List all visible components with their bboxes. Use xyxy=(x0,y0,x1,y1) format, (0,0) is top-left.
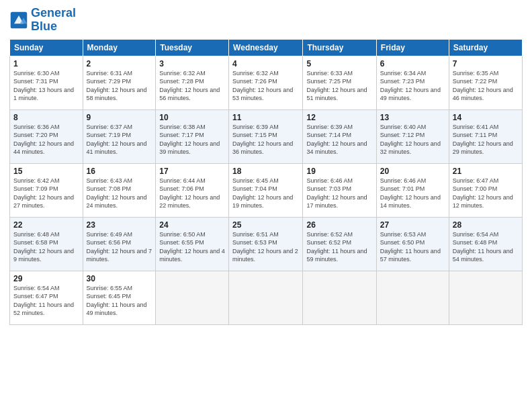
day-info: Sunrise: 6:33 AM Sunset: 7:25 PM Dayligh… xyxy=(306,69,372,103)
calendar-day-3: 3 Sunrise: 6:32 AM Sunset: 7:28 PM Dayli… xyxy=(156,56,229,109)
day-info: Sunrise: 6:39 AM Sunset: 7:14 PM Dayligh… xyxy=(306,123,372,156)
day-number: 22 xyxy=(13,220,79,230)
daylight-label: Daylight: 11 hours and 54 minutes. xyxy=(453,248,513,263)
day-number: 23 xyxy=(87,220,152,230)
sunset-label: Sunset: 7:22 PM xyxy=(453,78,498,85)
calendar-day-13: 13 Sunrise: 6:40 AM Sunset: 7:12 PM Dayl… xyxy=(376,109,449,163)
sunset-label: Sunset: 7:31 PM xyxy=(13,78,58,85)
calendar-day-14: 14 Sunrise: 6:41 AM Sunset: 7:11 PM Dayl… xyxy=(449,109,522,163)
day-info: Sunrise: 6:53 AM Sunset: 6:50 PM Dayligh… xyxy=(380,230,445,264)
day-number: 30 xyxy=(87,274,152,283)
sunrise-label: Sunrise: 6:52 AM xyxy=(306,231,353,238)
day-number: 4 xyxy=(232,59,299,68)
sunset-label: Sunset: 7:29 PM xyxy=(87,78,132,85)
calendar-header-wednesday: Wednesday xyxy=(229,39,303,56)
sunrise-label: Sunrise: 6:54 AM xyxy=(13,285,60,291)
calendar-header-sunday: Sunday xyxy=(10,39,83,56)
day-number: 16 xyxy=(87,167,152,176)
day-info: Sunrise: 6:31 AM Sunset: 7:29 PM Dayligh… xyxy=(87,69,152,103)
sunset-label: Sunset: 7:12 PM xyxy=(380,132,425,138)
calendar-week-2: 8 Sunrise: 6:36 AM Sunset: 7:20 PM Dayli… xyxy=(10,109,523,163)
sunrise-label: Sunrise: 6:46 AM xyxy=(380,177,427,184)
calendar-day-30: 30 Sunrise: 6:55 AM Sunset: 6:45 PM Dayl… xyxy=(83,271,156,324)
daylight-label: Daylight: 11 hours and 52 minutes. xyxy=(13,302,74,317)
daylight-label: Daylight: 12 hours and 36 minutes. xyxy=(232,140,293,156)
calendar-header-saturday: Saturday xyxy=(449,39,522,56)
sunrise-label: Sunrise: 6:41 AM xyxy=(453,124,499,130)
day-info: Sunrise: 6:43 AM Sunset: 7:08 PM Dayligh… xyxy=(87,177,152,210)
day-info: Sunrise: 6:46 AM Sunset: 7:03 PM Dayligh… xyxy=(306,177,372,210)
day-number: 21 xyxy=(453,167,519,176)
calendar-day-26: 26 Sunrise: 6:52 AM Sunset: 6:52 PM Dayl… xyxy=(303,217,376,271)
day-number: 9 xyxy=(87,113,152,122)
sunset-label: Sunset: 6:55 PM xyxy=(159,239,204,246)
day-number: 26 xyxy=(306,220,372,230)
daylight-label: Daylight: 12 hours and 22 minutes. xyxy=(159,194,220,210)
day-info: Sunrise: 6:55 AM Sunset: 6:45 PM Dayligh… xyxy=(87,284,152,318)
day-number: 12 xyxy=(306,113,372,122)
day-number: 15 xyxy=(13,167,79,176)
calendar-day-16: 16 Sunrise: 6:43 AM Sunset: 7:08 PM Dayl… xyxy=(83,163,156,217)
day-info: Sunrise: 6:42 AM Sunset: 7:09 PM Dayligh… xyxy=(13,177,79,210)
daylight-label: Daylight: 12 hours and 51 minutes. xyxy=(306,87,367,102)
daylight-label: Daylight: 13 hours and 1 minute. xyxy=(13,87,74,102)
sunrise-label: Sunrise: 6:48 AM xyxy=(13,231,60,238)
sunset-label: Sunset: 7:23 PM xyxy=(380,78,425,85)
day-number: 20 xyxy=(380,167,445,176)
calendar-header-row: SundayMondayTuesdayWednesdayThursdayFrid… xyxy=(10,39,523,56)
empty-cell xyxy=(376,271,449,324)
day-info: Sunrise: 6:35 AM Sunset: 7:22 PM Dayligh… xyxy=(453,69,519,103)
day-number: 24 xyxy=(159,220,225,230)
sunset-label: Sunset: 6:56 PM xyxy=(87,239,132,246)
sunset-label: Sunset: 7:01 PM xyxy=(380,185,425,192)
day-number: 25 xyxy=(232,220,299,230)
sunset-label: Sunset: 7:17 PM xyxy=(159,132,204,138)
sunset-label: Sunset: 6:58 PM xyxy=(13,239,58,246)
calendar-day-25: 25 Sunrise: 6:51 AM Sunset: 6:53 PM Dayl… xyxy=(229,217,303,271)
sunrise-label: Sunrise: 6:37 AM xyxy=(87,124,133,130)
day-info: Sunrise: 6:34 AM Sunset: 7:23 PM Dayligh… xyxy=(380,69,445,103)
sunset-label: Sunset: 7:20 PM xyxy=(13,132,58,138)
sunset-label: Sunset: 7:04 PM xyxy=(232,185,277,192)
calendar-day-8: 8 Sunrise: 6:36 AM Sunset: 7:20 PM Dayli… xyxy=(10,109,83,163)
calendar-day-10: 10 Sunrise: 6:38 AM Sunset: 7:17 PM Dayl… xyxy=(156,109,229,163)
day-info: Sunrise: 6:37 AM Sunset: 7:19 PM Dayligh… xyxy=(87,123,152,156)
daylight-label: Daylight: 12 hours and 27 minutes. xyxy=(13,194,74,210)
daylight-label: Daylight: 12 hours and 14 minutes. xyxy=(380,194,441,210)
sunset-label: Sunset: 7:11 PM xyxy=(453,132,498,138)
daylight-label: Daylight: 12 hours and 44 minutes. xyxy=(13,140,74,156)
calendar-header-friday: Friday xyxy=(376,39,449,56)
day-number: 5 xyxy=(306,59,372,68)
daylight-label: Daylight: 11 hours and 59 minutes. xyxy=(306,248,367,263)
day-info: Sunrise: 6:36 AM Sunset: 7:20 PM Dayligh… xyxy=(13,123,79,156)
sunrise-label: Sunrise: 6:54 AM xyxy=(453,231,499,238)
sunrise-label: Sunrise: 6:34 AM xyxy=(380,70,427,77)
empty-cell xyxy=(156,271,229,324)
calendar-day-23: 23 Sunrise: 6:49 AM Sunset: 6:56 PM Dayl… xyxy=(83,217,156,271)
day-number: 2 xyxy=(87,59,152,68)
day-number: 11 xyxy=(232,113,299,122)
day-info: Sunrise: 6:30 AM Sunset: 7:31 PM Dayligh… xyxy=(13,69,79,103)
day-number: 13 xyxy=(380,113,445,122)
day-number: 10 xyxy=(159,113,225,122)
day-number: 28 xyxy=(453,220,519,230)
sunset-label: Sunset: 7:03 PM xyxy=(306,185,351,192)
day-number: 7 xyxy=(453,59,519,68)
calendar-day-11: 11 Sunrise: 6:39 AM Sunset: 7:15 PM Dayl… xyxy=(229,109,303,163)
sunrise-label: Sunrise: 6:39 AM xyxy=(232,124,279,130)
daylight-label: Daylight: 12 hours and 24 minutes. xyxy=(87,194,147,210)
sunrise-label: Sunrise: 6:50 AM xyxy=(159,231,206,238)
sunset-label: Sunset: 7:19 PM xyxy=(87,132,132,138)
sunrise-label: Sunrise: 6:33 AM xyxy=(306,70,353,77)
daylight-label: Daylight: 11 hours and 57 minutes. xyxy=(380,248,441,263)
calendar-day-9: 9 Sunrise: 6:37 AM Sunset: 7:19 PM Dayli… xyxy=(83,109,156,163)
sunset-label: Sunset: 7:09 PM xyxy=(13,185,58,192)
calendar-day-12: 12 Sunrise: 6:39 AM Sunset: 7:14 PM Dayl… xyxy=(303,109,376,163)
day-info: Sunrise: 6:41 AM Sunset: 7:11 PM Dayligh… xyxy=(453,123,519,156)
daylight-label: Daylight: 12 hours and 12 minutes. xyxy=(453,194,513,210)
calendar-day-7: 7 Sunrise: 6:35 AM Sunset: 7:22 PM Dayli… xyxy=(449,56,522,109)
day-info: Sunrise: 6:39 AM Sunset: 7:15 PM Dayligh… xyxy=(232,123,299,156)
calendar-header-monday: Monday xyxy=(83,39,156,56)
day-number: 17 xyxy=(159,167,225,176)
sunset-label: Sunset: 7:06 PM xyxy=(159,185,204,192)
